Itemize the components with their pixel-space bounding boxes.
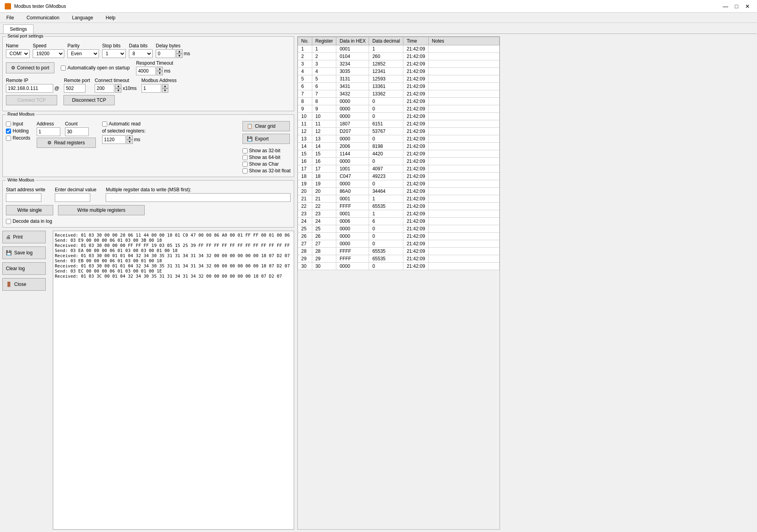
holding-checkbox-row: Holding xyxy=(6,128,30,134)
cell-notes xyxy=(429,68,500,75)
cell-no: 16 xyxy=(298,158,312,165)
clear-log-button[interactable]: Clear log xyxy=(2,262,46,275)
delay-bytes-input[interactable] xyxy=(156,49,175,58)
auto-read-checkbox[interactable] xyxy=(102,121,107,127)
name-field-group: Name COM5 COM1 COM2 COM3 COM4 COM6 xyxy=(6,43,30,58)
print-button[interactable]: 🖨 Print xyxy=(2,231,46,243)
cell-notes xyxy=(429,45,500,53)
remote-port-label: Remote port xyxy=(64,78,90,83)
connect-timeout-input[interactable] xyxy=(95,84,114,93)
write-multiple-button[interactable]: Write multiple registers xyxy=(58,205,145,215)
table-row: 15151144442021:42:09 xyxy=(298,150,500,158)
records-checkbox[interactable] xyxy=(6,136,11,141)
cell-decimal: 0 xyxy=(369,135,403,143)
cell-register: 20 xyxy=(312,188,336,195)
modbus-address-down[interactable]: ▼ xyxy=(162,88,168,93)
cell-hex: 0000 xyxy=(336,135,369,143)
respond-timeout-group: Respond Timeout ▲ ▼ ms xyxy=(136,60,173,75)
menu-file[interactable]: File xyxy=(3,14,17,21)
com-port-select[interactable]: COM5 COM1 COM2 COM3 COM4 COM6 xyxy=(6,49,30,58)
close-label: Close xyxy=(14,282,26,287)
auto-read-down[interactable]: ▼ xyxy=(127,140,133,144)
delay-bytes-up[interactable]: ▲ xyxy=(176,49,183,54)
table-row: 13130000021:42:09 xyxy=(298,135,500,143)
clear-grid-button[interactable]: 📋 Clear grid xyxy=(242,121,290,131)
auto-open-checkbox[interactable] xyxy=(61,65,66,71)
close-button[interactable]: 🚪 Close xyxy=(2,278,46,291)
maximize-button[interactable]: □ xyxy=(732,2,741,10)
cell-no: 8 xyxy=(298,98,312,105)
show-char-checkbox[interactable] xyxy=(242,162,248,167)
count-field-group: Count xyxy=(65,121,89,136)
remote-ip-input[interactable] xyxy=(6,84,53,93)
table-row: 202086A03446421:42:09 xyxy=(298,188,500,195)
auto-read-interval-input[interactable] xyxy=(102,135,126,144)
cell-no: 4 xyxy=(298,68,312,75)
respond-timeout-up[interactable]: ▲ xyxy=(157,67,163,71)
decimal-val-input[interactable] xyxy=(55,193,90,202)
cell-time: 21:42:09 xyxy=(403,263,429,270)
left-panel: Serial port settings Name COM5 COM1 COM2… xyxy=(2,36,294,530)
input-checkbox[interactable] xyxy=(6,121,11,127)
serial-port-title: Serial port settings xyxy=(6,34,45,38)
delay-bytes-spinner-btns: ▲ ▼ xyxy=(176,49,183,58)
start-addr-write-input[interactable] xyxy=(6,193,41,202)
modbus-address-input[interactable] xyxy=(142,84,161,93)
menu-language[interactable]: Language xyxy=(69,14,96,21)
table-row: 5531311259321:42:09 xyxy=(298,75,500,83)
menu-communication[interactable]: Communication xyxy=(23,14,62,21)
connect-timeout-down[interactable]: ▼ xyxy=(115,88,121,93)
data-bits-select[interactable]: 8 7 xyxy=(129,49,153,58)
read-options-left: Input Holding Records xyxy=(6,121,30,174)
data-table: No. Register Data in HEX Data decimal Ti… xyxy=(298,37,500,270)
show-32float-checkbox[interactable] xyxy=(242,168,248,174)
connect-port-button[interactable]: ⚙ Connect to port xyxy=(6,62,54,73)
connect-timeout-up[interactable]: ▲ xyxy=(115,84,121,88)
decode-log-checkbox[interactable] xyxy=(6,219,11,224)
cell-register: 6 xyxy=(312,83,336,90)
cell-register: 23 xyxy=(312,210,336,218)
log-output: Received: 01 03 30 00 00 20 06 11 44 00 … xyxy=(53,231,294,530)
read-modbus-title: Read Modbus xyxy=(6,112,36,116)
cell-notes xyxy=(429,255,500,263)
respond-timeout-down[interactable]: ▼ xyxy=(157,71,163,75)
auto-read-up[interactable]: ▲ xyxy=(127,135,133,140)
parity-select[interactable]: Even None Odd xyxy=(67,49,99,58)
menu-help[interactable]: Help xyxy=(103,14,119,21)
cell-register: 25 xyxy=(312,225,336,233)
disconnect-tcp-button[interactable]: Disconnect TCP xyxy=(63,95,115,105)
multiple-regs-input[interactable] xyxy=(106,193,291,202)
speed-select[interactable]: 19200 9600 38400 57600 115200 xyxy=(33,49,64,58)
stop-bits-field-group: Stop bits 1 2 xyxy=(102,43,126,58)
holding-label: Holding xyxy=(13,128,29,134)
count-input[interactable] xyxy=(65,127,89,136)
title-bar-left: Modbus tester GModbus xyxy=(5,3,66,9)
holding-checkbox[interactable] xyxy=(6,129,11,134)
export-button[interactable]: 💾 Export xyxy=(242,134,290,144)
app-icon xyxy=(5,3,11,9)
respond-timeout-input[interactable] xyxy=(136,67,156,75)
table-row: 27270000021:42:09 xyxy=(298,240,500,248)
minimize-button[interactable]: — xyxy=(721,2,730,10)
cell-hex: 86A0 xyxy=(336,188,369,195)
stop-bits-select[interactable]: 1 2 xyxy=(102,49,126,58)
remote-port-input[interactable] xyxy=(64,84,86,93)
data-bits-label: Data bits xyxy=(129,43,153,49)
modbus-address-up[interactable]: ▲ xyxy=(162,84,168,88)
read-registers-button[interactable]: ⚙ Read registers xyxy=(37,138,96,148)
show-64bit-checkbox[interactable] xyxy=(242,155,248,160)
save-log-button[interactable]: 💾 Save log xyxy=(2,246,46,259)
write-single-button[interactable]: Write single xyxy=(6,205,53,215)
delay-bytes-down[interactable]: ▼ xyxy=(176,54,183,58)
decode-log-row: Decode data in log xyxy=(6,218,291,224)
cell-decimal: 65535 xyxy=(369,203,403,210)
connect-tcp-button[interactable]: Connect TCP xyxy=(6,95,57,105)
address-input[interactable] xyxy=(37,127,60,136)
tab-settings[interactable]: Settings xyxy=(3,24,34,34)
menu-bar: File Communication Language Help xyxy=(0,13,757,23)
cell-register: 4 xyxy=(312,68,336,75)
close-window-button[interactable]: ✕ xyxy=(743,2,752,10)
cell-no: 23 xyxy=(298,210,312,218)
cell-decimal: 0 xyxy=(369,233,403,240)
show-32bit-checkbox[interactable] xyxy=(242,148,248,153)
